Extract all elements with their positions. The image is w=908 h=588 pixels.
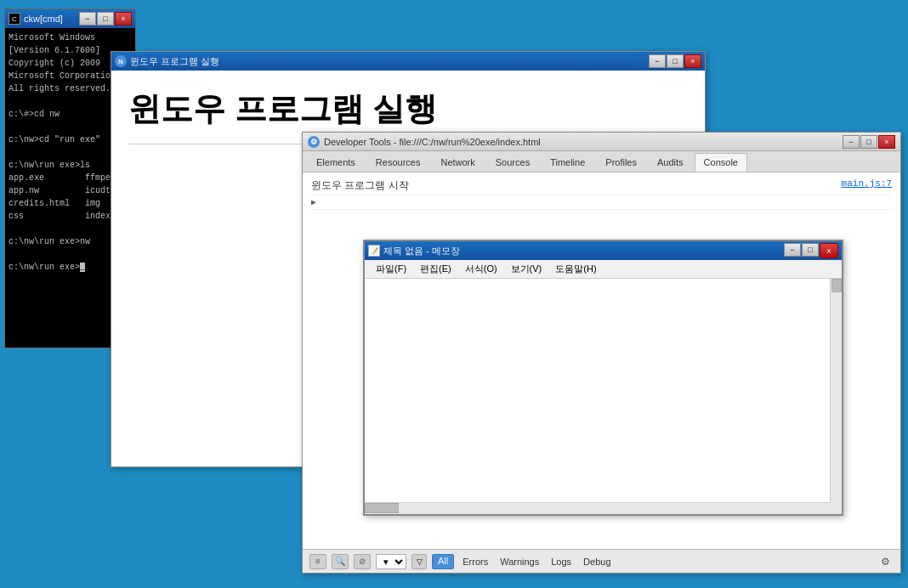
tab-network[interactable]: Network: [431, 153, 484, 172]
errors-label[interactable]: Errors: [459, 557, 491, 567]
notepad-close-button[interactable]: ×: [820, 243, 838, 258]
all-filter-button[interactable]: All: [432, 554, 454, 569]
notepad-menu-file[interactable]: 파일(F): [369, 261, 413, 277]
notepad-title: 제목 없음 - 메모장: [383, 245, 784, 257]
korean-title: 윈도우 프로그램 실행: [130, 55, 649, 68]
cmd-close-button[interactable]: ×: [115, 12, 132, 25]
logs-label[interactable]: Logs: [548, 557, 575, 567]
notepad-titlebar: 📝 제목 없음 - 메모장 − □ ×: [365, 241, 842, 260]
console-log-source[interactable]: main.js:7: [842, 178, 892, 189]
devtools-footer: ≡ 🔍 ⊘ ▾ ▽ All Errors Warnings Logs Debug…: [303, 549, 900, 573]
notepad-minimize-button[interactable]: −: [784, 243, 801, 257]
cmd-icon: C: [9, 13, 20, 25]
console-arrow-icon: ▶: [311, 197, 316, 207]
cmd-titlebar: C ckw[cmd] − □ ×: [5, 9, 135, 28]
console-input-line: ▶: [311, 195, 892, 210]
settings-gear-icon[interactable]: ⚙: [877, 554, 894, 569]
notepad-menu-view[interactable]: 보기(V): [504, 261, 549, 277]
notepad-icon: 📝: [368, 245, 380, 257]
notepad-horizontal-scrollbar[interactable]: [365, 502, 830, 514]
execute-script-button[interactable]: ≡: [309, 554, 326, 569]
korean-win-controls: − □ ×: [649, 54, 701, 68]
korean-minimize-button[interactable]: −: [649, 54, 666, 68]
search-button[interactable]: 🔍: [332, 554, 349, 569]
devtools-tab-bar: Elements Resources Network Sources Timel…: [303, 151, 900, 172]
clear-button[interactable]: ⊘: [354, 554, 371, 569]
notepad-textarea[interactable]: [365, 279, 830, 502]
devtools-minimize-button[interactable]: −: [843, 135, 860, 149]
tab-console[interactable]: Console: [695, 153, 747, 172]
filter-icon[interactable]: ▽: [411, 554, 427, 569]
notepad-menu-edit[interactable]: 편집(E): [413, 261, 458, 277]
notepad-menubar: 파일(F) 편집(E) 서식(O) 보기(V) 도움말(H): [365, 260, 842, 279]
korean-titlebar: N 윈도우 프로그램 실행 − □ ×: [111, 52, 705, 71]
korean-close-button[interactable]: ×: [684, 54, 701, 68]
devtools-maximize-button[interactable]: □: [860, 135, 877, 149]
scrollbar-corner: [830, 502, 842, 514]
notepad-window: 📝 제목 없음 - 메모장 − □ × 파일(F) 편집(E) 서식(O) 보기…: [363, 240, 843, 516]
cmd-maximize-button[interactable]: □: [97, 12, 114, 25]
devtools-title: Developer Tools - file:///C:/nw/run%20ex…: [324, 137, 843, 147]
notepad-content: [365, 279, 842, 514]
korean-title-icon: N: [115, 55, 127, 67]
devtools-win-controls: − □ ×: [843, 135, 895, 149]
notepad-menu-help[interactable]: 도움말(H): [548, 261, 603, 277]
notepad-menu-format[interactable]: 서식(O): [458, 261, 504, 277]
warnings-label[interactable]: Warnings: [497, 557, 542, 567]
tab-elements[interactable]: Elements: [307, 153, 365, 172]
tab-sources[interactable]: Sources: [486, 153, 539, 172]
console-log-text: 윈도우 프로그램 시작: [311, 178, 842, 193]
devtools-titlebar: ⚙ Developer Tools - file:///C:/nw/run%20…: [303, 133, 900, 151]
cmd-minimize-button[interactable]: −: [79, 12, 96, 25]
debug-label[interactable]: Debug: [580, 557, 614, 567]
korean-maximize-button[interactable]: □: [667, 54, 684, 68]
devtools-close-button[interactable]: ×: [878, 135, 895, 149]
console-log-line: 윈도우 프로그램 시작 main.js:7: [311, 177, 892, 195]
notepad-win-controls: − □ ×: [784, 243, 838, 258]
notepad-maximize-button[interactable]: □: [802, 243, 819, 257]
cmd-title: ckw[cmd]: [24, 14, 79, 24]
tab-resources[interactable]: Resources: [366, 153, 430, 172]
cmd-win-controls: − □ ×: [79, 12, 132, 25]
frame-selector[interactable]: ▾: [376, 554, 406, 569]
tab-audits[interactable]: Audits: [648, 153, 693, 172]
tab-timeline[interactable]: Timeline: [541, 153, 594, 172]
notepad-vertical-scrollbar[interactable]: [830, 279, 842, 514]
devtools-icon: ⚙: [308, 136, 320, 148]
tab-profiles[interactable]: Profiles: [596, 153, 646, 172]
